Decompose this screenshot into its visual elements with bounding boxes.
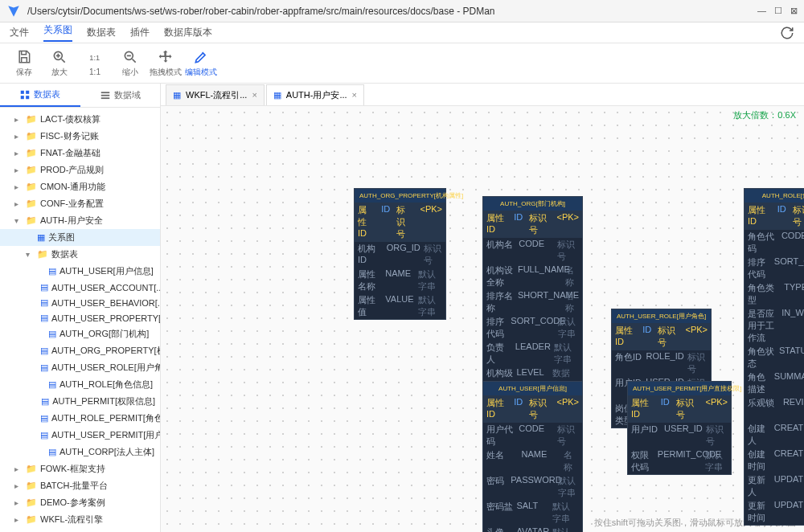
svg-rect-6 [26,96,29,99]
menu-file[interactable]: 文件 [10,26,29,39]
entity-row: 乐观锁REVISION整数 [745,396,804,422]
tree-item[interactable]: ▾📁AUTH-用户安全 [0,212,160,229]
chevron-icon: ▸ [14,481,23,490]
entity-header: 属性IDID标识号<PK> [612,323,711,350]
tool-zoom-out[interactable]: 缩小 [114,45,146,82]
table-icon: ▤ [41,396,49,407]
tree-item[interactable]: ▸📁BATCH-批量平台 [0,477,160,494]
tree-item[interactable]: ▸📁WKFL-流程引擎 [0,511,160,528]
entity-table[interactable]: AUTH_ROLE[角色信息]属性IDID标识号<PK>角色代码CODE标识号排… [744,188,804,526]
table-icon: ▤ [40,297,48,308]
close-icon[interactable]: ⊠ [790,6,798,16]
table-icon: ▤ [48,379,56,390]
tree-label: 关系图 [48,231,75,243]
menu-db-version[interactable]: 数据库版本 [164,26,212,39]
table-icon: ▤ [40,413,48,424]
menu-er-diagram[interactable]: 关系图 [43,23,72,42]
svg-rect-7 [101,92,110,93]
tree-item[interactable]: ▦关系图 [0,229,160,246]
tool-one-one[interactable]: 1:11:1 [79,45,111,82]
maximize-icon[interactable]: ☐ [774,6,782,16]
tree-item[interactable]: ▤AUTH_USER_ACCOUNT[...] [0,280,160,295]
folder-icon: 📁 [26,481,37,491]
entity-row: 权限代码PERMIT_CODE默认字串 [628,448,731,474]
close-icon[interactable]: × [252,90,256,100]
folder-icon: 📁 [26,514,37,525]
tab-label: WKFL-流程引... [186,89,247,101]
entity-title: AUTH_USER_PERMIT[用户直接权限] [628,382,731,395]
toolbar: 保存放大1:11:1缩小拖拽模式编辑模式 [0,43,804,84]
grid-icon [19,89,31,100]
entity-table[interactable]: AUTH_USER[用户信息]属性IDID标识号<PK>用户代码CODE标识号姓… [482,381,583,532]
entity-header: 属性IDID标识号<PK> [483,211,582,238]
tool-edit[interactable]: 编辑模式 [185,45,217,82]
menu-tables[interactable]: 数据表 [87,26,116,39]
entity-header: 属性IDID标识号<PK> [628,395,731,423]
entity-row: 机构名CODE标识号 [483,238,582,264]
entity-row: 更新人UPDATED_BY默认字串 [745,473,804,499]
tree-label: AUTH_CORP[法人主体] [59,446,154,458]
entity-row: 更新时间UPDATED_TIME日期时间 [745,499,804,525]
tree-item[interactable]: ▸📁FNAT-金融基础 [0,145,160,162]
refresh-icon[interactable] [780,26,794,40]
tree-label: AUTH_ROLE_PERMIT[角色...] [51,412,160,424]
entity-table[interactable]: AUTH_USER_PERMIT[用户直接权限]属性IDID标识号<PK>用户I… [627,381,732,475]
tree-item[interactable]: ▤AUTH_ORG[部门机构] [0,325,160,342]
zoom-in-icon [51,49,68,65]
editor-tab[interactable]: ▦WKFL-流程引...× [166,84,265,105]
tree-item[interactable]: ▤AUTH_USER[用户信息] [0,263,160,280]
entity-row: 密码PASSWORD默认字串 [483,474,582,500]
tree-item[interactable]: ▾📁数据表 [0,246,160,263]
tab-icon: ▦ [173,90,181,100]
svg-text:1:1: 1:1 [89,54,100,62]
tree-item[interactable]: ▸📁PROD-产品规则 [0,162,160,178]
tree-item[interactable]: ▤AUTH_USER_PROPERTY[...] [0,310,160,325]
tree-label: AUTH_ORG_PROPERTY[机...] [51,345,160,357]
tab-label: AUTH-用户安... [286,89,347,101]
tree-item[interactable]: ▤AUTH_USER_BEHAVIOR[...] [0,295,160,310]
entity-row: 排序代码SORT_CODE默认字串 [745,256,804,281]
tree-item[interactable]: ▸📁FOWK-框架支持 [0,460,160,477]
editor-tab[interactable]: ▦AUTH-用户安...× [266,84,364,105]
entity-row: 属性值VALUE默认字串 [355,293,445,319]
tool-label: 拖拽模式 [150,67,182,78]
diagram-icon: ▦ [37,232,45,243]
sidebar-tab-label: 数据表 [34,88,60,100]
tree-item[interactable]: ▸📁CMON-通用功能 [0,178,160,195]
tree-item[interactable]: ▤AUTH_USER_ROLE[用户角...] [0,359,160,376]
chevron-icon: ▸ [14,515,23,524]
tree-item[interactable]: ▸📁DEMO-参考案例 [0,494,160,511]
menu-plugins[interactable]: 插件 [130,26,150,39]
drag-icon [158,49,174,65]
tree-item[interactable]: ▸📁CONF-业务配置 [0,195,160,212]
sidebar-tab-tables[interactable]: 数据表 [0,84,80,107]
tool-drag[interactable]: 拖拽模式 [150,45,182,82]
folder-icon: 📁 [26,165,37,175]
tree-item[interactable]: ▤AUTH_USER_PERMIT[用户...] [0,427,160,444]
canvas-area[interactable]: ▦WKFL-流程引...×▦AUTH-用户安...× 放大倍数：0.6X 按住s… [161,84,804,532]
tool-save[interactable]: 保存 [8,45,40,82]
table-icon: ▤ [48,447,56,457]
tree-label: AUTH_USER_ROLE[用户角...] [51,362,160,374]
tree-item[interactable]: ▤AUTH_PERMIT[权限信息] [0,393,160,410]
close-icon[interactable]: × [352,90,357,100]
tree-item[interactable]: ▤AUTH_ROLE[角色信息] [0,376,160,393]
entity-table[interactable]: AUTH_ORG_PROPERTY[机构属性]属性IDID标识号<PK>机构ID… [354,188,446,320]
entity-row: 创建人CREATED_BY默认字串 [745,422,804,448]
entity-title: AUTH_ORG_PROPERTY[机构属性] [355,189,445,203]
minimize-icon[interactable]: — [757,6,766,16]
tree-item[interactable]: ▸📁FISC-财务记账 [0,128,160,145]
tree-item[interactable]: ▤AUTH_CORP[法人主体] [0,444,160,460]
tool-zoom-in[interactable]: 放大 [43,45,76,82]
tool-label: 放大 [51,67,68,78]
tool-label: 保存 [16,67,32,78]
app-logo-icon [6,4,21,18]
tree-label: AUTH_USER_PERMIT[用户...] [51,429,160,441]
tree-item[interactable]: ▸📁LACT-债权核算 [0,111,160,128]
sidebar-tab-domains[interactable]: 数据域 [80,84,161,107]
tree-item[interactable]: ▤AUTH_ORG_PROPERTY[机...] [0,342,160,359]
window-controls: — ☐ ⊠ [757,6,798,16]
tree-item[interactable]: ▤AUTH_ROLE_PERMIT[角色...] [0,410,160,427]
entity-row: 排序名称SHORT_NAME名称 [483,289,582,315]
chevron-icon: ▸ [14,498,23,507]
